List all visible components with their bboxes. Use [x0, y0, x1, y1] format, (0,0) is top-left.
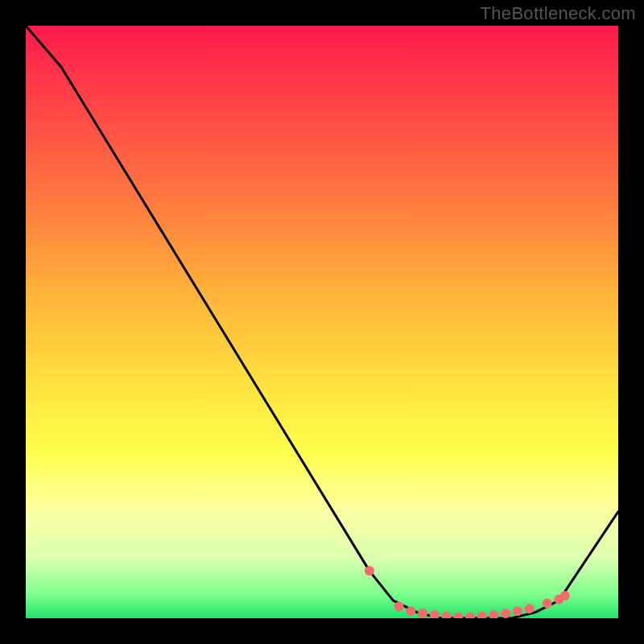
data-point — [406, 606, 415, 616]
data-point — [394, 601, 404, 611]
plot-area — [26, 26, 618, 618]
data-point — [543, 599, 552, 609]
data-point — [513, 606, 522, 616]
data-point — [560, 591, 570, 601]
gradient-background — [26, 26, 618, 618]
data-point — [501, 609, 510, 618]
data-point — [418, 609, 427, 618]
chart-frame: TheBottleneck.com — [0, 0, 644, 644]
chart-svg — [26, 26, 618, 618]
watermark-text: TheBottleneck.com — [481, 3, 636, 24]
data-point — [365, 566, 374, 576]
data-point — [525, 604, 535, 613]
